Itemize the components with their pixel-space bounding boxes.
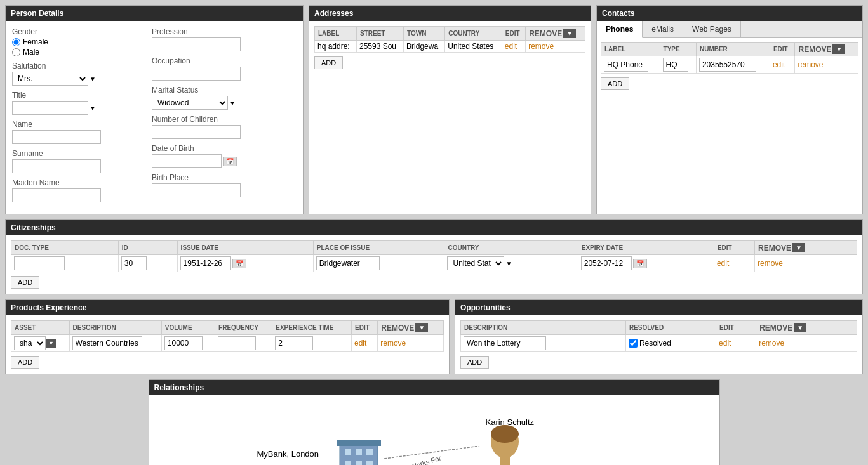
cit-id-input[interactable] [121, 256, 147, 270]
relationships-panel: Relationships Karin Schultz MyBank, Lond… [149, 379, 720, 465]
marital-status-select[interactable]: SingleMarriedWidowedDivorced [152, 96, 228, 110]
citizenships-remove-arrow[interactable]: ▼ [792, 243, 805, 252]
marital-status-label: Marital Status [152, 86, 297, 95]
cit-expirydate-input[interactable] [581, 256, 632, 270]
opp-col-remove: REMOVE ▼ [756, 321, 857, 335]
svg-rect-7 [366, 461, 373, 465]
svg-rect-3 [356, 449, 362, 455]
opp-col-resolved: RESOLVED [625, 321, 716, 335]
tab-web-pages[interactable]: Web Pages [683, 21, 741, 37]
products-add-button[interactable]: ADD [11, 356, 39, 369]
dob-input[interactable]: 1951-12-26 [152, 154, 222, 168]
num-children-label: Number of Children [152, 115, 297, 124]
svg-rect-5 [345, 461, 351, 465]
addresses-table: LABEL STREET TOWN COUNTRY EDIT REMOVE ▼ [314, 26, 585, 53]
tab-emails[interactable]: eMails [643, 21, 683, 37]
opp-edit-link[interactable]: edit [719, 339, 731, 348]
cit-col-remove: REMOVE ▼ [754, 241, 857, 255]
addr-col-town: TOWN [404, 27, 445, 41]
products-table: ASSET DESCRIPTION VOLUME FREQUENCY EXPER… [11, 320, 444, 352]
relationship-line [384, 446, 486, 465]
products-remove-arrow[interactable]: ▼ [415, 323, 428, 332]
table-row: edit remove [601, 56, 858, 74]
addr-street-cell: 25593 Sou [356, 41, 403, 53]
surname-input[interactable]: King [12, 159, 101, 173]
building-icon [333, 430, 384, 465]
prod-edit-link[interactable]: edit [354, 339, 366, 348]
cit-country-select[interactable]: United State [447, 256, 504, 270]
addr-remove-link[interactable]: remove [528, 42, 554, 51]
title-input[interactable] [12, 101, 88, 115]
tab-phones[interactable]: Phones [597, 21, 643, 38]
svg-rect-2 [345, 449, 351, 455]
prod-col-frequency: FREQUENCY [215, 321, 272, 335]
cit-col-edit: EDIT [714, 241, 754, 255]
addr-col-label: LABEL [315, 27, 357, 41]
cit-edit-link[interactable]: edit [717, 259, 729, 268]
opportunities-add-button[interactable]: ADD [460, 356, 489, 369]
citizenships-table: DOC. TYPE ID ISSUE DATE PLACE OF ISSUE C… [11, 240, 857, 272]
opp-resolved-text: Resolved [639, 339, 671, 348]
opp-resolved-label[interactable]: Resolved [629, 339, 713, 348]
opp-resolved-checkbox[interactable] [629, 339, 638, 348]
prod-frequency-input[interactable] [218, 336, 256, 350]
opp-remove-link[interactable]: remove [759, 339, 784, 348]
gender-female-radio[interactable]: Female [12, 37, 139, 46]
table-row: share ▼ edit remove [11, 335, 444, 352]
opportunities-table: DESCRIPTION RESOLVED EDIT REMOVE ▼ [460, 320, 857, 352]
occupation-label: Occupation [152, 56, 297, 65]
contact-col-label: LABEL [601, 43, 660, 56]
prod-col-edit: EDIT [351, 321, 377, 335]
addr-edit-link[interactable]: edit [505, 42, 517, 51]
prod-description-input[interactable] [72, 336, 142, 350]
prod-col-exptime: EXPERIENCE TIME [272, 321, 352, 335]
profession-input[interactable] [152, 37, 241, 51]
opp-remove-arrow[interactable]: ▼ [794, 323, 806, 332]
salutation-select[interactable]: Mrs.Mr.Ms.Dr. [12, 72, 88, 86]
cit-col-id: ID [118, 241, 177, 255]
cit-expirydate-calendar[interactable]: 📅 [633, 259, 647, 268]
opp-description-input[interactable] [464, 336, 546, 350]
prod-remove-link[interactable]: remove [380, 339, 406, 348]
addresses-add-button[interactable]: ADD [314, 56, 343, 69]
contact-edit-link[interactable]: edit [773, 60, 785, 69]
contact-number-input[interactable] [699, 58, 756, 72]
cit-country-arrow: ▼ [505, 260, 512, 267]
addresses-remove-arrow[interactable]: ▼ [563, 29, 576, 38]
name-label: Name [12, 120, 139, 129]
prod-exptime-input[interactable] [275, 336, 313, 350]
cit-issuedate-input[interactable] [180, 256, 231, 270]
birth-place-input[interactable] [152, 183, 241, 197]
contacts-add-button[interactable]: ADD [601, 77, 629, 90]
contact-remove-link[interactable]: remove [798, 60, 823, 69]
svg-rect-4 [366, 449, 373, 455]
opportunities-header: Opportunities [455, 300, 862, 315]
prod-asset-select[interactable]: share [14, 336, 46, 350]
maiden-name-input[interactable] [12, 188, 101, 202]
prod-volume-input[interactable] [164, 336, 203, 350]
products-exp-header: Products Experience [6, 300, 449, 315]
cit-placeofissue-input[interactable] [316, 256, 380, 270]
prod-asset-arrow[interactable]: ▼ [46, 339, 56, 348]
svg-rect-6 [356, 461, 362, 465]
cit-issuedate-calendar[interactable]: 📅 [232, 259, 246, 268]
salutation-label: Salutation [12, 62, 139, 70]
citizenships-header: Citizenships [6, 220, 862, 235]
prod-col-description: DESCRIPTION [69, 321, 161, 335]
citizenships-add-button[interactable]: ADD [11, 276, 39, 289]
opp-col-edit: EDIT [716, 321, 756, 335]
contact-type-input[interactable] [663, 58, 688, 72]
name-input[interactable]: Julie [12, 130, 101, 144]
contacts-remove-arrow[interactable]: ▼ [832, 44, 845, 54]
gender-male-radio[interactable]: Male [12, 48, 139, 56]
cit-remove-link[interactable]: remove [758, 259, 783, 268]
num-children-input[interactable] [152, 125, 241, 139]
contact-col-number: NUMBER [696, 43, 770, 56]
table-row: Resolved edit remove [461, 335, 857, 352]
contact-label-input[interactable] [604, 58, 648, 72]
addr-country-cell: United States [445, 41, 502, 53]
cit-doctype-input[interactable] [14, 256, 65, 270]
prod-col-asset: ASSET [11, 321, 70, 335]
dob-calendar-button[interactable]: 📅 [223, 157, 237, 166]
occupation-input[interactable] [152, 67, 241, 81]
